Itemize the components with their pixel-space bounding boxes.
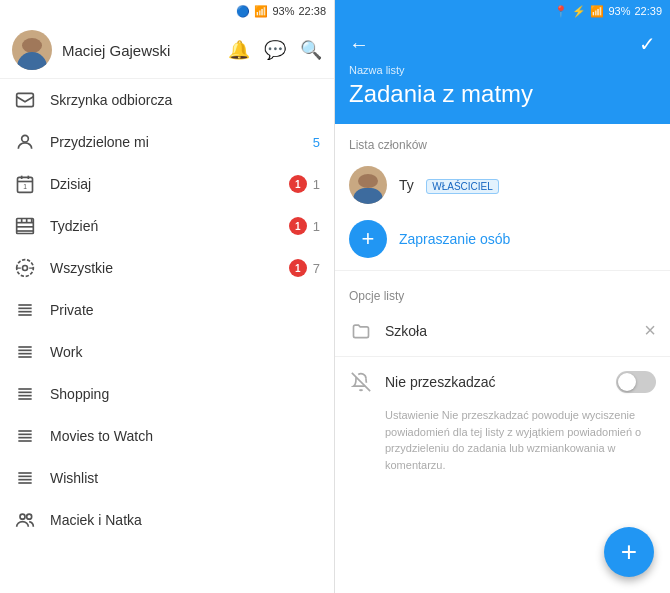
owner-badge: WŁAŚCICIEL <box>426 179 499 194</box>
message-icon[interactable]: 💬 <box>264 39 286 61</box>
bluetooth-right-icon: ⚡ <box>572 5 586 18</box>
inbox-label: Skrzynka odbiorcza <box>50 92 320 108</box>
right-panel: 📍 ⚡ 📶 93% 22:39 ← ✓ Nazwa listy Zadania … <box>335 0 670 593</box>
maciek-label: Maciek i Natka <box>50 512 320 528</box>
left-header: Maciej Gajewski 🔔 💬 🔍 <box>0 22 334 79</box>
member-name: Ty <box>399 177 414 193</box>
user-name: Maciej Gajewski <box>62 42 218 59</box>
invite-icon: + <box>349 220 387 258</box>
divider2 <box>335 356 670 357</box>
private-list-icon <box>14 299 36 321</box>
inbox-icon <box>14 89 36 111</box>
week-badges: 1 1 <box>289 217 320 235</box>
sidebar-item-week[interactable]: Tydzień 1 1 <box>0 205 334 247</box>
search-icon[interactable]: 🔍 <box>300 39 322 61</box>
sidebar-item-wishlist[interactable]: Wishlist <box>0 457 334 499</box>
notification-icon[interactable]: 🔔 <box>228 39 250 61</box>
battery-right: 93% <box>608 5 630 17</box>
invite-label: Zapraszanie osób <box>399 231 510 247</box>
invite-row[interactable]: + Zapraszanie osób <box>335 212 670 266</box>
sidebar-item-private[interactable]: Private <box>0 289 334 331</box>
time-left: 22:38 <box>298 5 326 17</box>
week-badge: 1 <box>289 217 307 235</box>
time-right: 22:39 <box>634 5 662 17</box>
confirm-button[interactable]: ✓ <box>639 32 656 56</box>
member-row: Ty WŁAŚCICIEL <box>335 158 670 212</box>
all-badge: 1 <box>289 259 307 277</box>
right-header: ← ✓ Nazwa listy Zadania z matmy <box>335 22 670 124</box>
dnd-option-row: Nie przeszkadzać <box>335 361 670 403</box>
header-icons: 🔔 💬 🔍 <box>228 39 322 61</box>
divider <box>335 270 670 271</box>
week-label: Tydzień <box>50 218 275 234</box>
folder-close-button[interactable]: × <box>644 319 656 342</box>
svg-text:1: 1 <box>23 183 27 190</box>
work-list-icon <box>14 341 36 363</box>
all-icon <box>14 257 36 279</box>
dnd-label: Nie przeszkadzać <box>385 374 604 390</box>
status-bar-left: 🔵 📶 93% 22:38 <box>0 0 334 22</box>
today-badges: 1 1 <box>289 175 320 193</box>
list-name-label: Nazwa listy <box>349 64 656 76</box>
back-button[interactable]: ← <box>349 33 369 56</box>
options-section-label: Opcje listy <box>335 275 670 309</box>
today-count: 1 <box>313 177 320 192</box>
dnd-description: Ustawienie Nie przeszkadzać powoduje wyc… <box>335 403 670 487</box>
sidebar-item-movies[interactable]: Movies to Watch <box>0 415 334 457</box>
assigned-icon <box>14 131 36 153</box>
svg-rect-0 <box>17 93 34 106</box>
shopping-list-icon <box>14 383 36 405</box>
sidebar-item-today[interactable]: 1 Dzisiaj 1 1 <box>0 163 334 205</box>
svg-point-1 <box>22 135 29 142</box>
left-panel: 🔵 📶 93% 22:38 Maciej Gajewski 🔔 💬 🔍 Skrz… <box>0 0 335 593</box>
svg-point-34 <box>20 514 25 519</box>
members-section-label: Lista członków <box>335 124 670 158</box>
folder-label: Szkoła <box>385 323 632 339</box>
svg-line-36 <box>352 373 370 391</box>
folder-option-row: Szkoła × <box>335 309 670 352</box>
week-icon <box>14 215 36 237</box>
sidebar-item-all[interactable]: Wszystkie 1 7 <box>0 247 334 289</box>
sidebar-item-inbox[interactable]: Skrzynka odbiorcza <box>0 79 334 121</box>
bluetooth-icon: 🔵 <box>236 5 250 18</box>
svg-point-35 <box>27 514 32 519</box>
assigned-label: Przydzielone mi <box>50 134 299 150</box>
today-badge: 1 <box>289 175 307 193</box>
all-badges: 1 7 <box>289 259 320 277</box>
battery-left: 93% <box>272 5 294 17</box>
avatar <box>12 30 52 70</box>
member-info: Ty WŁAŚCICIEL <box>399 176 499 194</box>
all-count: 7 <box>313 261 320 276</box>
all-label: Wszystkie <box>50 260 275 276</box>
movies-label: Movies to Watch <box>50 428 320 444</box>
sidebar-item-shopping[interactable]: Shopping <box>0 373 334 415</box>
list-title: Zadania z matmy <box>349 80 656 108</box>
wishlist-label: Wishlist <box>50 470 320 486</box>
right-content: Lista członków Ty WŁAŚCICIEL + Zapraszan… <box>335 124 670 593</box>
sidebar-item-work[interactable]: Work <box>0 331 334 373</box>
bell-off-icon <box>349 372 373 392</box>
sidebar-item-maciek[interactable]: Maciek i Natka <box>0 499 334 541</box>
maciek-icon <box>14 509 36 531</box>
nav-list: Skrzynka odbiorcza Przydzielone mi 5 <box>0 79 334 593</box>
right-header-top: ← ✓ <box>349 32 656 56</box>
movies-list-icon <box>14 425 36 447</box>
wishlist-list-icon <box>14 467 36 489</box>
private-label: Private <box>50 302 320 318</box>
today-icon: 1 <box>14 173 36 195</box>
assigned-count: 5 <box>313 135 320 150</box>
signal-right-icon: 📶 <box>590 5 604 18</box>
sidebar-item-assigned[interactable]: Przydzielone mi 5 <box>0 121 334 163</box>
member-avatar <box>349 166 387 204</box>
week-count: 1 <box>313 219 320 234</box>
work-label: Work <box>50 344 320 360</box>
today-label: Dzisiaj <box>50 176 275 192</box>
folder-icon <box>349 321 373 341</box>
fab-add-button[interactable]: + <box>604 527 654 577</box>
status-bar-right: 📍 ⚡ 📶 93% 22:39 <box>335 0 670 22</box>
dnd-toggle[interactable] <box>616 371 656 393</box>
signal-icon: 📶 <box>254 5 268 18</box>
location-icon: 📍 <box>554 5 568 18</box>
shopping-label: Shopping <box>50 386 320 402</box>
